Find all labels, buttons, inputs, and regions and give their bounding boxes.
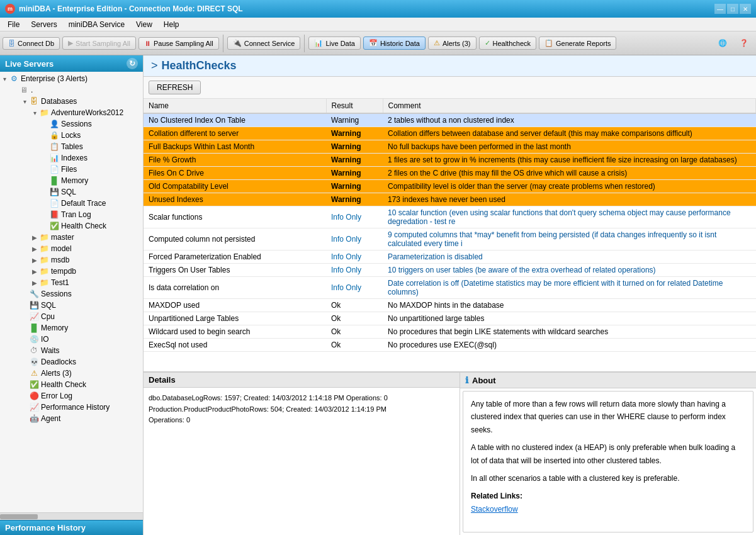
tree-item-sql-srv[interactable]: 💾SQL xyxy=(0,300,143,311)
help-icon-button[interactable]: ❓ xyxy=(735,37,753,49)
tree-item-sessions-srv[interactable]: 🔧Sessions xyxy=(0,288,143,300)
menu-servers[interactable]: Servers xyxy=(26,19,62,30)
table-row[interactable]: No Clustered Index On TableWarning2 tabl… xyxy=(144,113,756,127)
menu-file[interactable]: File xyxy=(3,19,25,30)
tree-item-memory-srv[interactable]: █Memory xyxy=(0,322,143,334)
tree-item-waits[interactable]: ⏱Waits xyxy=(0,345,143,356)
tree-item-enterprise[interactable]: ▾⚙Enterprise (3 Alerts) xyxy=(0,73,143,84)
tree-item-indexes[interactable]: 📊Indexes xyxy=(0,152,143,164)
table-row[interactable]: Old Compatability LevelWarningCompatibil… xyxy=(144,180,756,193)
tree-icon-test1: 📁 xyxy=(39,278,49,288)
minimize-button[interactable]: — xyxy=(714,4,726,14)
tree-expand-msdb[interactable]: ▶ xyxy=(30,257,39,264)
tree-item-tables[interactable]: 📋Tables xyxy=(0,141,143,152)
table-row[interactable]: Unused IndexesWarning173 indexes have ne… xyxy=(144,193,756,206)
tree-item-model[interactable]: ▶📁model xyxy=(0,243,143,254)
menu-view[interactable]: View xyxy=(131,19,157,30)
menu-help[interactable]: Help xyxy=(159,19,184,30)
table-row[interactable]: MAXDOP usedOkNo MAXDOP hints in the data… xyxy=(144,299,756,312)
cell-comment: No MAXDOP hints in the database xyxy=(383,299,756,312)
live-data-button[interactable]: 📊 Live Data xyxy=(308,37,360,50)
tree-item-cpu[interactable]: 📈Cpu xyxy=(0,311,143,322)
tree-item-msdb[interactable]: ▶📁msdb xyxy=(0,254,143,266)
connect-service-button[interactable]: 🔌 Connect Service xyxy=(227,37,301,50)
close-button[interactable]: ✕ xyxy=(740,4,751,14)
tree-expand-adventureworks[interactable]: ▾ xyxy=(30,110,39,116)
tree-expand-enterprise[interactable]: ▾ xyxy=(0,76,9,82)
tree-item-adventureworks[interactable]: ▾📁AdventureWorks2012 xyxy=(0,107,143,118)
tree-item-deadlocks[interactable]: 💀Deadlocks xyxy=(0,356,143,368)
details-content: dbo.DatabaseLogRows: 1597; Created: 14/0… xyxy=(144,388,460,535)
titlebar: m miniDBA - Enterprise Edition - Connect… xyxy=(0,0,756,18)
alerts-button[interactable]: ⚠ Alerts (3) xyxy=(428,37,477,50)
tree-icon-tempdb: 📁 xyxy=(39,266,49,276)
scroll-thumb[interactable] xyxy=(0,514,38,519)
tree-expand-databases[interactable]: ▾ xyxy=(20,98,29,105)
table-row[interactable]: Wildcard used to begin searchOkNo proced… xyxy=(144,325,756,339)
healthcheck-button[interactable]: ✓ Healthcheck xyxy=(479,37,537,50)
tree-label-files: Files xyxy=(61,165,143,174)
historic-data-label: Historic Data xyxy=(380,40,420,47)
connect-db-button[interactable]: 🗄 Connect Db xyxy=(3,37,60,50)
tree-icon-perf-history: 📈 xyxy=(29,402,39,412)
table-row[interactable]: Files On C DriveWarning2 files on the C … xyxy=(144,167,756,180)
tree-item-memory-db[interactable]: █Memory xyxy=(0,175,143,186)
tree-expand-master[interactable]: ▶ xyxy=(30,234,39,241)
table-row[interactable]: Triggers On User TablesInfo Only10 trigg… xyxy=(144,264,756,277)
table-row[interactable]: File % GrowthWarning1 files are set to g… xyxy=(144,154,756,167)
globe-button[interactable]: 🌐 xyxy=(713,37,732,49)
tree-item-sessions[interactable]: 👤Sessions xyxy=(0,118,143,130)
cell-result: Info Only xyxy=(326,251,383,264)
left-refresh-icon[interactable]: ↻ xyxy=(127,58,138,69)
generate-reports-button[interactable]: 📋 Generate Reports xyxy=(539,37,616,50)
horizontal-scrollbar[interactable] xyxy=(0,512,143,520)
window-controls: — □ ✕ xyxy=(714,4,751,14)
table-row[interactable]: Forced Parameterization EnabledInfo Only… xyxy=(144,251,756,264)
tree-item-agent[interactable]: 🤖Agent xyxy=(0,413,143,424)
menu-minidba-service[interactable]: miniDBA Service xyxy=(64,19,130,30)
pause-sampling-button[interactable]: ⏸ Pause Sampling All xyxy=(138,37,219,50)
tree-item-health-check-srv[interactable]: ✅Health Check xyxy=(0,379,143,390)
table-row[interactable]: ExecSql not usedOkNo procedures use EXEC… xyxy=(144,339,756,352)
tree-item-error-log[interactable]: 🔴Error Log xyxy=(0,390,143,402)
tree-item-io[interactable]: 💿IO xyxy=(0,334,143,345)
table-row[interactable]: Is data correlation onInfo OnlyDate corr… xyxy=(144,277,756,299)
cell-name: ExecSql not used xyxy=(144,339,326,352)
related-links-label: Related Links: xyxy=(471,490,745,502)
tree-item-sql-db[interactable]: 💾SQL xyxy=(0,186,143,198)
table-row[interactable]: Scalar functionsInfo Only10 scalar funct… xyxy=(144,206,756,228)
start-sampling-button[interactable]: ▶ Start Sampling All xyxy=(62,37,136,50)
tree-expand-model[interactable]: ▶ xyxy=(30,245,39,252)
maximize-button[interactable]: □ xyxy=(727,4,738,14)
tree-item-master[interactable]: ▶📁master xyxy=(0,232,143,243)
table-row[interactable]: Unpartitioned Large TablesOkNo unpartiti… xyxy=(144,312,756,325)
page-title: HealthChecks xyxy=(162,59,237,72)
tree-item-test1[interactable]: ▶📁Test1 xyxy=(0,277,143,288)
tree-item-perf-history[interactable]: 📈Performance History xyxy=(0,402,143,413)
tree-expand-tempdb[interactable]: ▶ xyxy=(30,268,39,275)
refresh-button[interactable]: REFRESH xyxy=(149,81,201,94)
historic-data-button[interactable]: 📅 Historic Data xyxy=(363,37,426,50)
table-row[interactable]: Computed column not persistedInfo Only9 … xyxy=(144,228,756,251)
tree-item-default-trace[interactable]: 📄Default Trace xyxy=(0,198,143,209)
details-panel: Details dbo.DatabaseLogRows: 1597; Creat… xyxy=(144,373,460,535)
tree-item-tran-log[interactable]: 📕Tran Log xyxy=(0,209,143,220)
tree-item-locks[interactable]: 🔒Locks xyxy=(0,130,143,141)
tree-icon-health-check-srv: ✅ xyxy=(29,380,39,390)
tree-item-databases[interactable]: ▾🗄Databases xyxy=(0,96,143,107)
table-row[interactable]: Full Backups Within Last MonthWarningNo … xyxy=(144,140,756,154)
table-row[interactable]: Collation different to serverWarningColl… xyxy=(144,127,756,140)
tree-expand-test1[interactable]: ▶ xyxy=(30,279,39,286)
tree-item-server-root[interactable]: 🖥. xyxy=(0,84,143,96)
tree-item-tempdb[interactable]: ▶📁tempdb xyxy=(0,266,143,277)
tree-item-health-check-db[interactable]: ✅Health Check xyxy=(0,220,143,232)
tree-item-files[interactable]: 📄Files xyxy=(0,164,143,175)
related-link[interactable]: Stackoverflow xyxy=(471,505,518,514)
about-content: Any table of more than a few rows will r… xyxy=(463,391,753,532)
tree-icon-tables: 📋 xyxy=(49,142,59,152)
tree-item-alerts-srv[interactable]: ⚠Alerts (3) xyxy=(0,368,143,379)
healthcheck-label: Healthcheck xyxy=(493,40,531,47)
cell-comment: No unpartitioned large tables xyxy=(383,312,756,325)
alerts-icon: ⚠ xyxy=(434,39,440,47)
tree-label-indexes: Indexes xyxy=(61,154,143,162)
